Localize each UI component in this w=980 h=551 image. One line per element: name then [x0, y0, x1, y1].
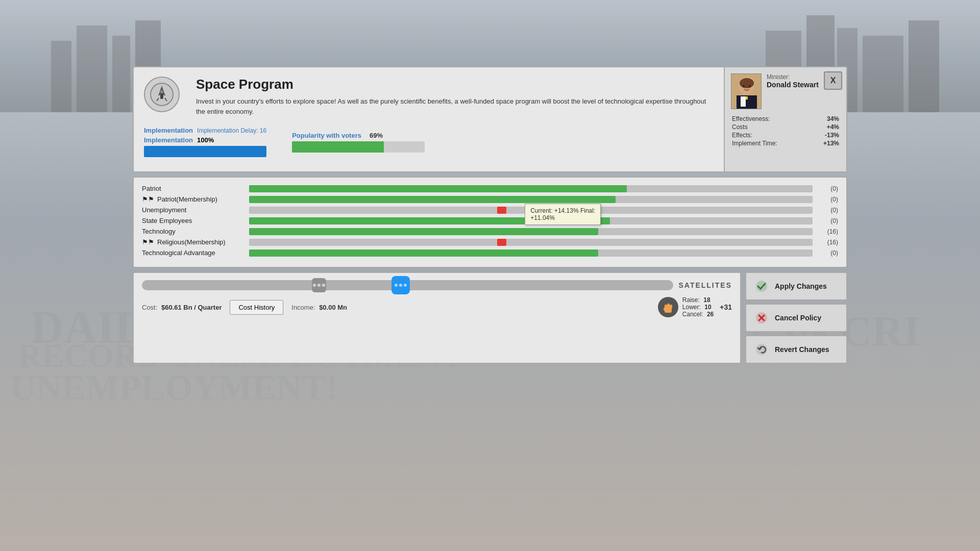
- svg-rect-25: [667, 304, 670, 309]
- revert-svg: [755, 343, 768, 356]
- minister-photo: [731, 73, 762, 109]
- slider-value-state-employees: (0): [818, 217, 838, 224]
- cancel-stat: Cancel: 26: [682, 311, 714, 318]
- vote-section: Raise: 18 Lower: 10 Cancel: 26 +31: [658, 296, 732, 318]
- svg-point-21: [743, 85, 745, 87]
- minister-name: Donald Stewart: [767, 81, 819, 89]
- inactive-dot-inner: [313, 284, 325, 287]
- lower-stat: Lower: 10: [682, 304, 714, 311]
- apply-changes-button[interactable]: Apply Changes: [745, 272, 847, 300]
- slider-value-technology: (16): [818, 228, 838, 235]
- svg-rect-1: [77, 26, 107, 112]
- policy-info: Space Program Invest in your country's e…: [134, 67, 724, 171]
- x-cancel-icon: [754, 311, 769, 325]
- popularity-progress: Popularity with voters 69%: [292, 132, 425, 153]
- cost-item: Cost: $60.61 Bn / Quarter: [142, 304, 222, 311]
- svg-rect-26: [670, 305, 672, 309]
- revert-changes-button[interactable]: Revert Changes: [745, 335, 847, 364]
- slider-label-patriot-membership: ⚑⚑ Patriot(Membership): [142, 195, 244, 203]
- svg-point-14: [160, 90, 163, 93]
- income-value: $0.00 Mn: [319, 304, 347, 311]
- implementation-bar-fill: [144, 146, 266, 157]
- slider-label-technology: Technology: [142, 228, 244, 235]
- unemployment-tooltip: Current: +14.13% Final: +11.04%: [525, 204, 601, 225]
- rocket-icon: [149, 82, 175, 107]
- slider-track-patriot-membership[interactable]: [249, 196, 813, 203]
- implementation-progress: Implementation Implementation Delay: 16 …: [144, 127, 266, 157]
- implementation-bar-row: Implementation 100%: [144, 136, 266, 144]
- income-label: Income:: [291, 304, 315, 311]
- svg-rect-27: [664, 308, 666, 311]
- svg-rect-18: [741, 96, 746, 107]
- cost-section: Cost: $60.61 Bn / Quarter Cost History I…: [142, 296, 732, 318]
- apply-label: Apply Changes: [775, 282, 827, 290]
- slider-label-state-employees: State Employees: [142, 217, 244, 224]
- effects-label: Effects:: [732, 132, 811, 139]
- raised-fist-svg: [660, 299, 676, 315]
- implement-time-label: Implement Time:: [732, 140, 811, 147]
- slider-track-patriot[interactable]: [249, 185, 813, 192]
- minister-label: Minister:: [767, 73, 819, 81]
- costs-value: +4%: [812, 123, 839, 131]
- satellite-slider-track[interactable]: [142, 280, 673, 290]
- slider-row-technology: Technology (16): [142, 228, 838, 235]
- checkmark-svg: [755, 280, 768, 292]
- policy-icon: [144, 77, 180, 112]
- active-dot-inner: [395, 284, 407, 287]
- implement-time-value: +13%: [812, 140, 839, 147]
- close-button[interactable]: X: [824, 71, 842, 90]
- svg-rect-2: [112, 36, 130, 112]
- slider-fill-patriot: [249, 185, 627, 192]
- raise-stat: Raise: 18: [682, 296, 714, 304]
- slider-row-tech-advantage: Technological Advantage (0): [142, 249, 838, 257]
- progress-section: Implementation Implementation Delay: 16 …: [144, 121, 714, 162]
- slider-row-patriot-membership: ⚑⚑ Patriot(Membership) (0): [142, 195, 838, 203]
- slider-fill-tech-advantage: [249, 249, 598, 257]
- people-icon-patriot: ⚑⚑: [142, 195, 154, 203]
- raise-label: Raise:: [682, 296, 700, 304]
- popularity-bar-container: [292, 141, 425, 153]
- popularity-value: 69%: [370, 132, 383, 139]
- main-content: Space Program Invest in your country's e…: [133, 66, 847, 364]
- raise-value: 18: [703, 296, 710, 304]
- satellite-slider-inactive: [312, 278, 326, 292]
- slider-track-tech-advantage[interactable]: [249, 249, 813, 257]
- cancel-value: 26: [707, 311, 714, 318]
- cancel-label: Cancel:: [682, 311, 703, 318]
- slider-fill-patriot-membership: [249, 196, 616, 203]
- implementation-bar-container: [144, 146, 266, 157]
- policy-title: Space Program: [196, 77, 714, 92]
- tooltip-line1: Current: +14.13% Final:: [530, 207, 595, 214]
- svg-rect-19: [746, 96, 748, 99]
- costs-label: Costs: [732, 123, 811, 131]
- active-dot: [391, 276, 410, 294]
- popularity-bar-row: Popularity with voters 69%: [292, 132, 425, 139]
- slider-label-unemployment: Unemployment: [142, 206, 244, 214]
- vote-plus: +31: [720, 303, 732, 311]
- slider-value-patriot: (0): [818, 185, 838, 192]
- implementation-label2: Implementation: [144, 136, 193, 144]
- effects-value: -13%: [812, 132, 839, 139]
- inactive-dot: [312, 278, 326, 292]
- satellite-slider-section: SATELLITES: [142, 280, 732, 290]
- minister-avatar: [731, 74, 762, 109]
- implement-time-row: Implement Time: +13%: [732, 140, 839, 147]
- slider-value-unemployment: (0): [818, 207, 838, 214]
- svg-rect-11: [160, 94, 163, 99]
- svg-rect-0: [51, 41, 71, 112]
- slider-value-religious-membership: (16): [818, 239, 838, 246]
- slider-fill-unemployment: [497, 207, 506, 214]
- svg-rect-8: [909, 20, 939, 112]
- slider-row-religious-membership: ⚑⚑ Religious(Membership) (16): [142, 238, 838, 246]
- income-item: Income: $0.00 Mn: [291, 304, 347, 311]
- newspaper-text-sub: UNEMPLOYMENT!: [10, 367, 338, 408]
- cost-history-button[interactable]: Cost History: [230, 300, 283, 315]
- check-icon: [754, 279, 769, 293]
- cost-value: $60.61 Bn / Quarter: [161, 304, 222, 311]
- slider-track-religious-membership[interactable]: [249, 239, 813, 246]
- costs-row: Costs +4%: [732, 123, 839, 131]
- cancel-policy-button[interactable]: Cancel Policy: [745, 304, 847, 332]
- revert-label: Revert Changes: [775, 345, 829, 354]
- people-icon-religious: ⚑⚑: [142, 238, 154, 246]
- slider-track-technology[interactable]: [249, 228, 813, 235]
